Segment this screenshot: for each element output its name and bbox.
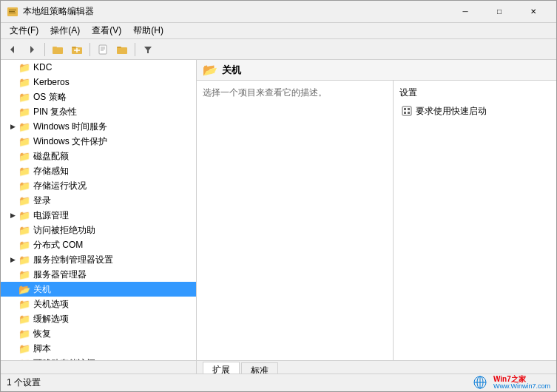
tree-item-os[interactable]: 📁 OS 策略 (1, 89, 196, 104)
tree-item-winfile[interactable]: 📁 Windows 文件保护 (1, 134, 196, 149)
settings-item-faststart[interactable]: 要求使用快速启动 (399, 104, 550, 118)
settings-item-label-faststart: 要求使用快速启动 (416, 105, 487, 118)
folder-icon-access: 📁 (18, 225, 30, 235)
svg-rect-9 (72, 47, 76, 48)
forward-button[interactable] (23, 41, 41, 58)
svg-rect-22 (408, 108, 410, 110)
menu-file[interactable]: 文件(F) (4, 23, 44, 38)
folder-icon-com: 📁 (18, 240, 30, 250)
tree-item-com[interactable]: 📁 分布式 COM (1, 237, 196, 252)
expand-kdc (7, 61, 18, 73)
doc-button[interactable] (94, 41, 112, 58)
main-area: 📁 KDC 📁 Kerberos 📁 OS 策略 📁 PIN 复杂性 ▶ (1, 60, 556, 360)
folder-button-2[interactable] (68, 41, 86, 58)
expand-kerberos (7, 76, 18, 88)
svg-marker-4 (10, 46, 14, 53)
folder-icon-scripts: 📁 (18, 343, 30, 354)
tree-item-disk[interactable]: 📁 磁盘配额 (1, 149, 196, 163)
tree-item-shutdownopt[interactable]: 📁 关机选项 (1, 297, 196, 311)
expand-wintime: ▶ (7, 121, 18, 132)
tree-label-scripts: 脚本 (33, 342, 51, 355)
menu-help[interactable]: 帮助(H) (127, 23, 169, 38)
settings-item-icon-faststart (401, 105, 413, 117)
status-bar: 1 个设置 Win7之家 Www.Winwin7.com (1, 374, 556, 391)
tree-item-pin[interactable]: 📁 PIN 复杂性 (1, 104, 196, 119)
svg-rect-19 (402, 107, 411, 115)
expand-winfile (7, 135, 18, 147)
right-header: 📂 关机 (197, 60, 556, 81)
tree-label-storage2: 存储运行状况 (33, 180, 87, 192)
folder-icon-pin: 📁 (18, 107, 30, 117)
tree-item-storage2[interactable]: 📁 存储运行状况 (1, 178, 196, 193)
right-header-folder-icon: 📂 (203, 63, 217, 77)
right-pane: 📂 关机 选择一个项目来查看它的描述。 设置 (197, 60, 556, 360)
expand-com (7, 239, 18, 251)
maximize-button[interactable]: □ (482, 1, 516, 23)
folder-icon-wintime: 📁 (18, 121, 30, 132)
folder-button-1[interactable] (49, 41, 67, 58)
expand-servermgr (7, 268, 18, 280)
title-icon (7, 6, 18, 18)
svg-rect-16 (117, 47, 127, 54)
filter-button[interactable] (139, 41, 157, 58)
tree-item-recovery[interactable]: 📁 恢复 (1, 326, 196, 341)
svg-marker-5 (30, 46, 34, 53)
tree-label-pin: PIN 复杂性 (33, 106, 77, 118)
folder-icon-kerberos: 📁 (18, 77, 30, 87)
expand-shutdownopt (7, 298, 18, 310)
tree-label-svcctrl: 服务控制管理器设置 (33, 254, 113, 266)
folder-icon-shutdownopt: 📁 (18, 299, 30, 309)
folder-icon-svcctrl: 📁 (18, 254, 30, 265)
close-button[interactable]: ✕ (516, 1, 550, 23)
window-title: 本地组策略编辑器 (23, 5, 448, 18)
tree-item-wintime[interactable]: ▶ 📁 Windows 时间服务 (1, 119, 196, 134)
tree-item-storage[interactable]: 📁 存储感知 (1, 163, 196, 178)
folder-icon-storage: 📁 (18, 166, 30, 176)
expand-access (7, 224, 18, 236)
tree-item-login[interactable]: 📁 登录 (1, 193, 196, 208)
menu-bar: 文件(F) 操作(A) 查看(V) 帮助(H) (1, 23, 556, 39)
tree-label-access: 访问被拒绝功助 (33, 224, 95, 237)
folder-icon-storage2: 📁 (18, 180, 30, 191)
svg-rect-3 (9, 13, 16, 13)
minimize-button[interactable]: ─ (448, 1, 482, 23)
tree-item-access[interactable]: 📁 访问被拒绝功助 (1, 223, 196, 237)
toolbar-sep-3 (135, 43, 135, 56)
folder-icon-winfile: 📁 (18, 136, 30, 146)
right-header-title: 关机 (222, 64, 241, 77)
expand-shutdown (7, 283, 18, 295)
tree-item-scripts[interactable]: 📁 脚本 (1, 341, 196, 356)
tree-item-kerberos[interactable]: 📁 Kerberos (1, 75, 196, 89)
tree-label-servermgr: 服务器管理器 (33, 268, 87, 281)
svg-rect-2 (9, 11, 15, 12)
folder-icon-disk: 📁 (18, 151, 30, 161)
tree-item-servermgr[interactable]: 📁 服务器管理器 (1, 267, 196, 282)
tree-item-power[interactable]: ▶ 📁 电源管理 (1, 208, 196, 223)
svg-rect-21 (404, 112, 406, 114)
watermark-line2: Www.Winwin7.com (493, 383, 550, 391)
folder-icon-login: 📁 (18, 195, 30, 206)
tree-item-kdc[interactable]: 📁 KDC (1, 60, 196, 75)
tree-item-shutdown[interactable]: 📂 关机 (1, 282, 196, 297)
svg-rect-23 (408, 112, 410, 114)
back-button[interactable] (4, 41, 21, 58)
menu-action[interactable]: 操作(A) (44, 23, 86, 38)
tree-label-mitigate: 缓解选项 (33, 313, 69, 325)
tree-label-wintime: Windows 时间服务 (33, 121, 107, 133)
tree-item-mitigate[interactable]: 📁 缓解选项 (1, 311, 196, 326)
expand-recovery (7, 328, 18, 339)
menu-view[interactable]: 查看(V) (86, 23, 127, 38)
tree-label-winfile: Windows 文件保护 (33, 135, 107, 148)
expand-storage2 (7, 180, 18, 192)
folder-icon-mitigate: 📁 (18, 314, 30, 324)
expand-mitigate (7, 313, 18, 325)
folder-icon-recovery: 📁 (18, 328, 30, 339)
svg-rect-20 (404, 108, 406, 110)
tree-item-svcctrl[interactable]: ▶ 📁 服务控制管理器设置 (1, 252, 196, 267)
right-settings-panel: 设置 要求使用快速启动 (394, 81, 556, 360)
folder-button-3[interactable] (113, 41, 131, 58)
watermark-area: Win7之家 Www.Winwin7.com (470, 375, 550, 391)
folder-icon-os: 📁 (18, 92, 30, 102)
toolbar (1, 39, 556, 60)
toolbar-sep-2 (90, 43, 90, 56)
